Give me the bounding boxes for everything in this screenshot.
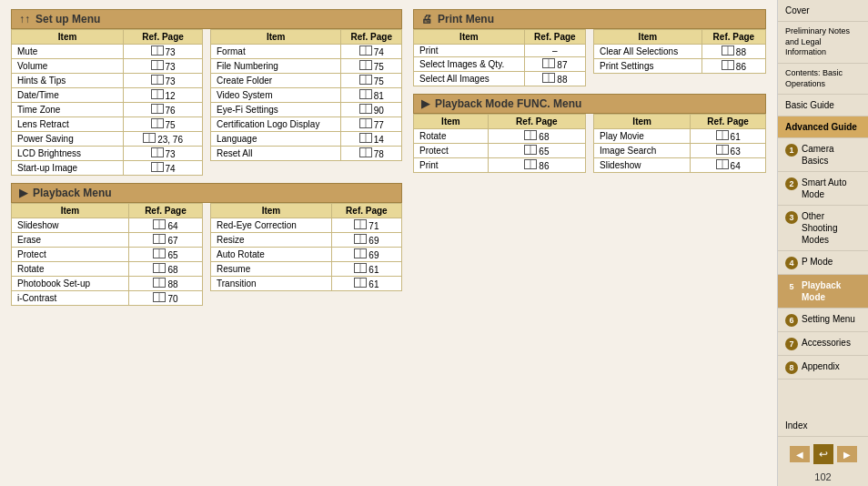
table-row: Reset All78 <box>211 147 402 161</box>
table-cell-ref: 73 <box>124 59 203 74</box>
table-cell-item: Volume <box>12 59 124 74</box>
table-row: Protect65 <box>414 144 586 158</box>
table-cell-item: Red-Eye Correction <box>211 218 332 233</box>
sidebar-label-1: Camera Basics <box>802 143 861 167</box>
sidebar-item-accessories[interactable]: 7 Accessories <box>778 332 868 356</box>
sidebar-item-advanced-guide[interactable]: Advanced Guide <box>778 116 868 138</box>
table-cell-item: Transition <box>211 277 332 291</box>
table-cell-ref: 76 <box>124 103 203 117</box>
pb-right-col1: Item <box>211 204 332 218</box>
home-button[interactable]: ↩ <box>813 444 833 464</box>
table-row: Slideshow64 <box>594 158 766 173</box>
table-cell-ref: 68 <box>488 129 585 144</box>
table-cell-item: Lens Retract <box>12 117 124 132</box>
sidebar-label-2: Smart Auto Mode <box>802 177 861 200</box>
prev-page-button[interactable]: ◀ <box>790 446 810 462</box>
table-cell-item: Resize <box>211 233 332 248</box>
table-cell-item: Resume <box>211 262 332 277</box>
setup-left-col2-header: Ref. Page <box>124 30 203 45</box>
print-left-table: Item Ref. Page Print–Select Images & Qty… <box>413 29 586 86</box>
print-left-col2: Ref. Page <box>524 30 585 45</box>
table-cell-ref: 73 <box>124 74 203 88</box>
table-cell-item: Video System <box>211 88 341 103</box>
table-cell-ref: 68 <box>128 262 202 277</box>
table-row: Resume61 <box>211 262 402 277</box>
playback-right-table: Item Ref. Page Red-Eye Correction71Resiz… <box>210 203 402 291</box>
table-cell-ref: 65 <box>488 144 585 158</box>
table-cell-item: Protect <box>414 144 489 158</box>
sidebar-label-4: P Mode <box>802 256 833 268</box>
sidebar-item-smart-auto[interactable]: 2 Smart Auto Mode <box>778 172 868 206</box>
playback-menu-icon: ▶ <box>19 187 27 199</box>
table-cell-item: Auto Rotate <box>211 248 332 262</box>
setup-left-col1-header: Item <box>12 30 124 45</box>
table-row: Power Saving23, 76 <box>12 132 203 147</box>
sidebar-num-8: 8 <box>785 361 798 374</box>
table-cell-ref: 67 <box>128 233 202 248</box>
sidebar-item-cover[interactable]: Cover <box>778 0 868 22</box>
setup-right-table: Item Ref. Page Format74File Numbering75C… <box>210 29 402 161</box>
table-row: Volume73 <box>12 59 203 74</box>
sidebar-item-basic-guide[interactable]: Basic Guide <box>778 95 868 116</box>
print-menu-header: 🖨 Print Menu <box>413 9 766 29</box>
table-cell-ref: 86 <box>701 59 765 74</box>
table-row: Select All Images88 <box>414 72 586 86</box>
table-cell-item: Erase <box>12 233 129 248</box>
sidebar-item-camera-basics[interactable]: 1 Camera Basics <box>778 138 868 172</box>
sidebar-item-setting-menu[interactable]: 6 Setting Menu <box>778 309 868 332</box>
table-cell-item: Print <box>414 158 489 173</box>
sidebar-item-other-shooting[interactable]: 3 Other Shooting Modes <box>778 206 868 251</box>
table-cell-item: Print Settings <box>594 59 702 74</box>
next-page-button[interactable]: ▶ <box>837 446 857 462</box>
sidebar-item-appendix[interactable]: 8 Appendix <box>778 356 868 380</box>
table-cell-ref: 64 <box>691 158 766 173</box>
table-cell-ref: 73 <box>124 147 203 161</box>
table-row: Slideshow64 <box>12 218 203 233</box>
playback-func-icon: ▶ <box>421 97 429 110</box>
func-right-table: Item Ref. Page Play Movie61Image Search6… <box>593 114 766 173</box>
table-cell-ref: 88 <box>701 45 765 59</box>
sidebar-item-prelim[interactable]: Preliminary Notes and Legal Information <box>778 22 868 64</box>
table-cell-item: Rotate <box>414 129 489 144</box>
func-left-col2: Ref. Page <box>488 115 585 129</box>
sidebar-num-7: 7 <box>785 338 798 350</box>
table-row: LCD Brightness73 <box>12 147 203 161</box>
table-row: Play Movie61 <box>594 129 766 144</box>
sidebar-num-3: 3 <box>785 211 798 224</box>
table-row: Print– <box>414 45 586 57</box>
page-number: 102 <box>778 471 868 486</box>
table-cell-ref: 90 <box>341 103 402 117</box>
table-row: Eye-Fi Settings90 <box>211 103 402 117</box>
table-row: Video System81 <box>211 88 402 103</box>
sidebar-item-playback[interactable]: 5 Playback Mode <box>778 275 868 309</box>
table-row: Create Folder75 <box>211 74 402 88</box>
func-right-col2: Ref. Page <box>691 115 766 129</box>
table-cell-ref: 75 <box>341 74 402 88</box>
table-cell-item: Start-up Image <box>12 161 124 176</box>
table-row: Rotate68 <box>414 129 586 144</box>
setup-right-col2-header: Ref. Page <box>341 30 402 45</box>
table-row: Auto Rotate69 <box>211 248 402 262</box>
print-right-col2: Ref. Page <box>701 30 765 45</box>
playback-func-section: ▶ Playback Mode FUNC. Menu Item Ref. Pag… <box>413 94 766 173</box>
table-row: Print Settings86 <box>594 59 766 74</box>
sidebar-num-2: 2 <box>785 177 798 190</box>
sidebar-item-index[interactable]: Index <box>778 415 868 437</box>
table-cell-item: Reset All <box>211 147 341 161</box>
table-cell-ref: 73 <box>124 45 203 59</box>
table-cell-item: File Numbering <box>211 59 341 74</box>
table-cell-item: Slideshow <box>12 218 129 233</box>
table-cell-ref: 88 <box>128 277 202 291</box>
table-cell-ref: 69 <box>331 248 401 262</box>
print-icon: 🖨 <box>421 13 432 25</box>
table-cell-ref: 81 <box>341 88 402 103</box>
table-cell-item: Eye-Fi Settings <box>211 103 341 117</box>
func-left-col1: Item <box>414 115 489 129</box>
playback-func-title: Playback Mode FUNC. Menu <box>435 97 581 110</box>
table-row: Date/Time12 <box>12 88 203 103</box>
table-cell-ref: 75 <box>124 117 203 132</box>
pb-left-col2: Ref. Page <box>128 204 202 218</box>
table-cell-item: Print <box>414 45 525 57</box>
sidebar-item-contents[interactable]: Contents: Basic Operations <box>778 64 868 95</box>
sidebar-item-pmode[interactable]: 4 P Mode <box>778 251 868 275</box>
